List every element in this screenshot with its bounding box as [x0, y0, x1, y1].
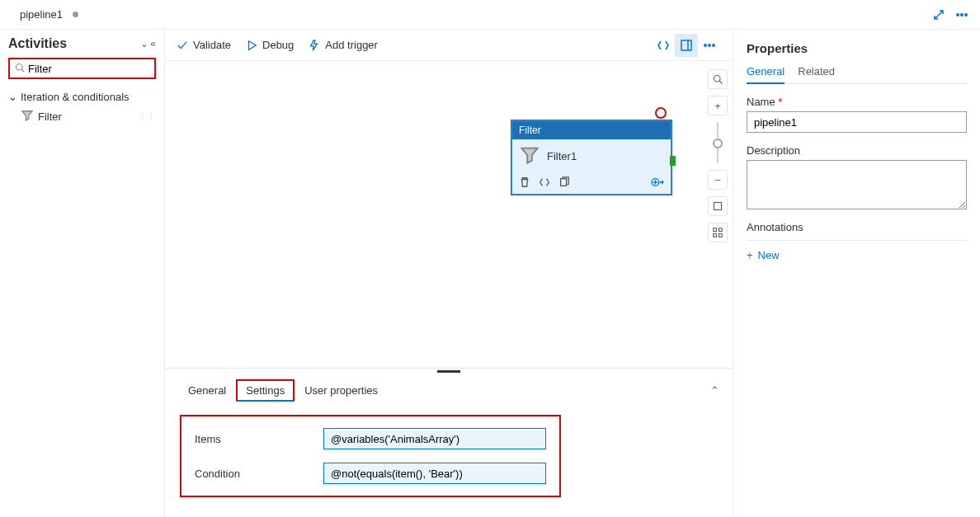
chevron-down-icon: ⌄: [140, 38, 148, 49]
tab-title: pipeline1: [20, 8, 63, 21]
validate-label: Validate: [193, 39, 231, 51]
svg-point-2: [957, 13, 959, 15]
canvas-tools: + −: [703, 61, 733, 368]
settings-form: Items Condition: [180, 415, 561, 497]
activities-panel: Activities ⌄ « ⌄ Iteration & conditional…: [0, 30, 165, 517]
properties-tab-general[interactable]: General: [747, 65, 784, 84]
panel-resize-handle[interactable]: [165, 369, 733, 375]
pipeline-description-input[interactable]: [747, 160, 967, 209]
svg-point-3: [961, 13, 963, 15]
node-type-label: Filter: [512, 121, 671, 139]
svg-point-9: [713, 44, 714, 45]
add-output-icon[interactable]: [651, 176, 664, 190]
items-label: Items: [195, 433, 307, 445]
search-input[interactable]: [28, 63, 167, 75]
svg-rect-10: [561, 179, 567, 186]
expand-icon[interactable]: [927, 3, 950, 26]
properties-title: Properties: [747, 41, 967, 55]
funnel-icon: [21, 110, 33, 124]
fit-screen-icon[interactable]: [708, 196, 728, 216]
items-input[interactable]: [323, 428, 546, 449]
zoom-slider[interactable]: [717, 122, 719, 163]
more-icon[interactable]: [950, 3, 973, 26]
validate-button[interactable]: Validate: [177, 39, 231, 51]
category-label: Iteration & conditionals: [21, 91, 130, 103]
grip-icon: ⋮⋮: [138, 111, 156, 122]
activities-collapse-icons[interactable]: ⌄ «: [140, 38, 156, 49]
debug-button[interactable]: Debug: [246, 39, 294, 51]
pipeline-name-input[interactable]: [747, 111, 967, 133]
zoom-in-icon[interactable]: +: [708, 96, 728, 115]
name-label: Name: [747, 96, 967, 108]
tab-settings[interactable]: Settings: [236, 379, 294, 402]
new-annotation-label: New: [758, 249, 780, 261]
tab-pipeline[interactable]: pipeline1: [7, 0, 87, 29]
properties-panel: Properties General Related Name Descript…: [733, 30, 980, 517]
svg-point-8: [709, 44, 710, 45]
activities-search[interactable]: [8, 58, 156, 79]
annotations-label: Annotations: [747, 221, 967, 233]
chevron-left-icon: «: [150, 38, 156, 49]
properties-toggle-icon[interactable]: [675, 34, 698, 57]
svg-point-12: [714, 76, 721, 82]
add-trigger-button[interactable]: Add trigger: [309, 39, 378, 51]
success-output-handle[interactable]: [670, 156, 676, 166]
funnel-icon: [521, 146, 539, 167]
zoom-slider-knob[interactable]: [713, 139, 723, 148]
code-view-icon[interactable]: [652, 34, 675, 57]
search-icon: [15, 63, 25, 75]
condition-label: Condition: [195, 468, 307, 480]
tab-unsaved-indicator: [73, 12, 78, 17]
toolbar-more-icon[interactable]: [698, 34, 721, 57]
node-name: Filter1: [547, 150, 577, 162]
description-label: Description: [747, 144, 967, 157]
category-iteration[interactable]: ⌄ Iteration & conditionals: [8, 87, 156, 106]
plus-icon: +: [747, 249, 753, 261]
validation-error-marker: [655, 107, 667, 119]
add-trigger-label: Add trigger: [325, 39, 378, 51]
svg-rect-6: [681, 40, 691, 50]
panel-collapse-icon[interactable]: ⌃: [710, 384, 719, 397]
tab-user-properties[interactable]: User properties: [294, 379, 388, 402]
svg-rect-13: [714, 203, 722, 210]
svg-point-7: [704, 44, 706, 45]
debug-label: Debug: [262, 39, 294, 51]
layout-icon[interactable]: [708, 223, 728, 242]
chevron-down-icon: ⌄: [8, 91, 17, 103]
activity-filter[interactable]: Filter ⋮⋮: [8, 106, 156, 127]
activities-title: Activities: [8, 36, 67, 51]
pipeline-toolbar: Validate Debug Add trigger: [165, 30, 733, 61]
delete-icon[interactable]: [519, 176, 530, 190]
canvas-search-icon[interactable]: [708, 69, 728, 89]
properties-tab-related[interactable]: Related: [798, 65, 835, 83]
condition-input[interactable]: [323, 463, 546, 484]
svg-rect-14: [714, 228, 717, 232]
code-icon[interactable]: [539, 176, 550, 190]
design-canvas[interactable]: Filter Filter1: [165, 61, 703, 368]
zoom-out-icon[interactable]: −: [708, 170, 728, 190]
activity-label: Filter: [38, 110, 62, 123]
copy-icon[interactable]: [558, 176, 570, 190]
svg-rect-15: [719, 228, 723, 232]
svg-rect-17: [719, 234, 723, 237]
svg-point-5: [16, 63, 23, 70]
tab-general[interactable]: General: [178, 379, 236, 402]
add-annotation-button[interactable]: + New: [747, 240, 967, 261]
svg-rect-16: [714, 234, 717, 237]
svg-point-4: [965, 13, 967, 15]
activity-settings-panel: General Settings User properties ⌃ Items…: [165, 368, 733, 517]
filter-activity-node[interactable]: Filter Filter1: [511, 120, 671, 195]
tab-bar: pipeline1: [0, 0, 980, 30]
